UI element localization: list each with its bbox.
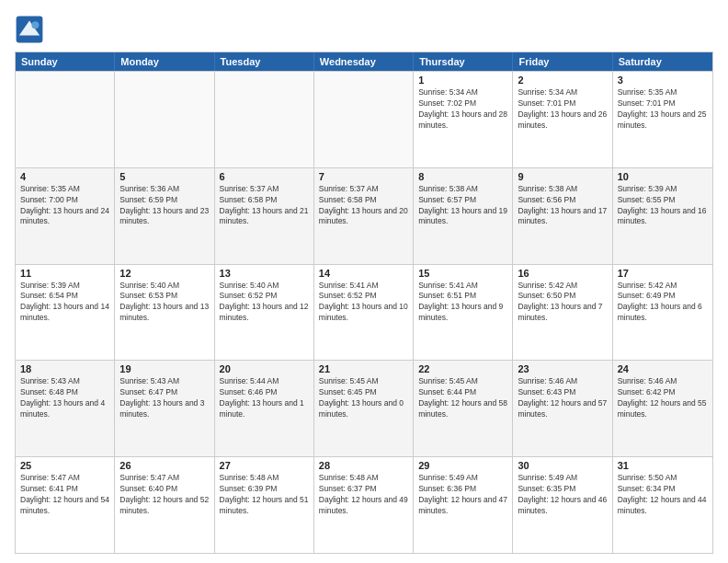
table-row: 26Sunrise: 5:47 AMSunset: 6:40 PMDayligh…: [115, 457, 214, 553]
table-row: 24Sunrise: 5:46 AMSunset: 6:42 PMDayligh…: [613, 361, 712, 456]
day-info: Sunrise: 5:38 AMSunset: 6:57 PMDaylight:…: [418, 184, 507, 228]
calendar-row: 1Sunrise: 5:34 AMSunset: 7:02 PMDaylight…: [16, 71, 712, 167]
table-row: [115, 72, 214, 167]
day-info: Sunrise: 5:42 AMSunset: 6:50 PMDaylight:…: [518, 281, 607, 325]
day-info: Sunrise: 5:49 AMSunset: 6:36 PMDaylight:…: [418, 473, 507, 517]
table-row: 5Sunrise: 5:36 AMSunset: 6:59 PMDaylight…: [115, 168, 214, 264]
day-number: 26: [119, 460, 209, 471]
day-info: Sunrise: 5:45 AMSunset: 6:45 PMDaylight:…: [319, 376, 408, 420]
day-info: Sunrise: 5:44 AMSunset: 6:46 PMDaylight:…: [220, 376, 309, 420]
day-info: Sunrise: 5:48 AMSunset: 6:39 PMDaylight:…: [220, 473, 309, 517]
header-monday: Monday: [115, 52, 214, 71]
table-row: [215, 72, 314, 167]
table-row: 27Sunrise: 5:48 AMSunset: 6:39 PMDayligh…: [215, 457, 314, 553]
table-row: 25Sunrise: 5:47 AMSunset: 6:41 PMDayligh…: [16, 457, 115, 553]
calendar-page: Sunday Monday Tuesday Wednesday Thursday…: [0, 0, 728, 563]
table-row: 10Sunrise: 5:39 AMSunset: 6:55 PMDayligh…: [613, 168, 712, 264]
day-info: Sunrise: 5:46 AMSunset: 6:42 PMDaylight:…: [618, 376, 708, 420]
day-info: Sunrise: 5:48 AMSunset: 6:37 PMDaylight:…: [319, 473, 408, 517]
header-thursday: Thursday: [414, 52, 513, 71]
day-info: Sunrise: 5:47 AMSunset: 6:41 PMDaylight:…: [20, 473, 109, 517]
day-number: 6: [220, 171, 309, 182]
day-number: 14: [319, 268, 408, 279]
day-number: 3: [618, 75, 708, 86]
table-row: 28Sunrise: 5:48 AMSunset: 6:37 PMDayligh…: [314, 457, 414, 553]
day-info: Sunrise: 5:43 AMSunset: 6:47 PMDaylight:…: [119, 376, 209, 420]
table-row: 3Sunrise: 5:35 AMSunset: 7:01 PMDaylight…: [613, 72, 712, 167]
day-number: 17: [618, 268, 708, 279]
day-number: 19: [119, 363, 209, 374]
day-number: 7: [319, 171, 408, 182]
table-row: 6Sunrise: 5:37 AMSunset: 6:58 PMDaylight…: [215, 168, 314, 264]
table-row: 7Sunrise: 5:37 AMSunset: 6:58 PMDaylight…: [314, 168, 414, 264]
calendar: Sunday Monday Tuesday Wednesday Thursday…: [15, 52, 713, 554]
table-row: 14Sunrise: 5:41 AMSunset: 6:52 PMDayligh…: [314, 265, 414, 361]
day-info: Sunrise: 5:36 AMSunset: 6:59 PMDaylight:…: [119, 184, 209, 228]
table-row: 21Sunrise: 5:45 AMSunset: 6:45 PMDayligh…: [314, 361, 414, 456]
day-info: Sunrise: 5:47 AMSunset: 6:40 PMDaylight:…: [119, 473, 209, 517]
day-number: 28: [319, 460, 408, 471]
calendar-row: 18Sunrise: 5:43 AMSunset: 6:48 PMDayligh…: [16, 360, 712, 456]
table-row: 9Sunrise: 5:38 AMSunset: 6:56 PMDaylight…: [513, 168, 612, 264]
page-header: [15, 15, 713, 44]
day-info: Sunrise: 5:37 AMSunset: 6:58 PMDaylight:…: [319, 184, 408, 228]
table-row: 30Sunrise: 5:49 AMSunset: 6:35 PMDayligh…: [513, 457, 612, 553]
day-number: 29: [418, 460, 507, 471]
day-number: 11: [20, 268, 109, 279]
day-number: 24: [618, 363, 708, 374]
day-number: 27: [220, 460, 309, 471]
table-row: 1Sunrise: 5:34 AMSunset: 7:02 PMDaylight…: [414, 72, 513, 167]
table-row: 12Sunrise: 5:40 AMSunset: 6:53 PMDayligh…: [115, 265, 214, 361]
table-row: 17Sunrise: 5:42 AMSunset: 6:49 PMDayligh…: [613, 265, 712, 361]
day-info: Sunrise: 5:39 AMSunset: 6:54 PMDaylight:…: [20, 281, 109, 325]
day-info: Sunrise: 5:41 AMSunset: 6:51 PMDaylight:…: [418, 281, 507, 325]
table-row: 4Sunrise: 5:35 AMSunset: 7:00 PMDaylight…: [16, 168, 115, 264]
header-wednesday: Wednesday: [314, 52, 414, 71]
day-info: Sunrise: 5:38 AMSunset: 6:56 PMDaylight:…: [518, 184, 607, 228]
table-row: 22Sunrise: 5:45 AMSunset: 6:44 PMDayligh…: [414, 361, 513, 456]
day-number: 2: [518, 75, 607, 86]
day-info: Sunrise: 5:40 AMSunset: 6:53 PMDaylight:…: [119, 281, 209, 325]
day-info: Sunrise: 5:40 AMSunset: 6:52 PMDaylight:…: [220, 281, 309, 325]
day-info: Sunrise: 5:49 AMSunset: 6:35 PMDaylight:…: [518, 473, 607, 517]
day-number: 15: [418, 268, 507, 279]
day-number: 4: [20, 171, 109, 182]
day-info: Sunrise: 5:45 AMSunset: 6:44 PMDaylight:…: [418, 376, 507, 420]
header-saturday: Saturday: [613, 52, 712, 71]
day-info: Sunrise: 5:34 AMSunset: 7:01 PMDaylight:…: [518, 87, 607, 132]
logo-icon: [15, 15, 44, 44]
day-number: 5: [119, 171, 209, 182]
table-row: [16, 72, 115, 167]
day-number: 12: [119, 268, 209, 279]
header-friday: Friday: [513, 52, 612, 71]
calendar-row: 4Sunrise: 5:35 AMSunset: 7:00 PMDaylight…: [16, 167, 712, 264]
day-info: Sunrise: 5:42 AMSunset: 6:49 PMDaylight:…: [618, 281, 708, 325]
table-row: [314, 72, 414, 167]
day-number: 23: [518, 363, 607, 374]
header-tuesday: Tuesday: [215, 52, 314, 71]
day-info: Sunrise: 5:41 AMSunset: 6:52 PMDaylight:…: [319, 281, 408, 325]
svg-point-2: [31, 21, 39, 29]
day-info: Sunrise: 5:46 AMSunset: 6:43 PMDaylight:…: [518, 376, 607, 420]
day-number: 9: [518, 171, 607, 182]
table-row: 31Sunrise: 5:50 AMSunset: 6:34 PMDayligh…: [613, 457, 712, 553]
day-info: Sunrise: 5:39 AMSunset: 6:55 PMDaylight:…: [618, 184, 708, 228]
table-row: 11Sunrise: 5:39 AMSunset: 6:54 PMDayligh…: [16, 265, 115, 361]
day-info: Sunrise: 5:34 AMSunset: 7:02 PMDaylight:…: [418, 87, 507, 132]
table-row: 29Sunrise: 5:49 AMSunset: 6:36 PMDayligh…: [414, 457, 513, 553]
table-row: 8Sunrise: 5:38 AMSunset: 6:57 PMDaylight…: [414, 168, 513, 264]
day-number: 13: [220, 268, 309, 279]
day-number: 22: [418, 363, 507, 374]
day-number: 31: [618, 460, 708, 471]
day-number: 25: [20, 460, 109, 471]
table-row: 18Sunrise: 5:43 AMSunset: 6:48 PMDayligh…: [16, 361, 115, 456]
calendar-row: 11Sunrise: 5:39 AMSunset: 6:54 PMDayligh…: [16, 264, 712, 361]
logo: [15, 15, 48, 44]
table-row: 13Sunrise: 5:40 AMSunset: 6:52 PMDayligh…: [215, 265, 314, 361]
day-info: Sunrise: 5:50 AMSunset: 6:34 PMDaylight:…: [618, 473, 708, 517]
day-info: Sunrise: 5:35 AMSunset: 7:01 PMDaylight:…: [618, 87, 708, 132]
day-number: 20: [220, 363, 309, 374]
day-info: Sunrise: 5:43 AMSunset: 6:48 PMDaylight:…: [20, 376, 109, 420]
day-number: 16: [518, 268, 607, 279]
table-row: 19Sunrise: 5:43 AMSunset: 6:47 PMDayligh…: [115, 361, 214, 456]
